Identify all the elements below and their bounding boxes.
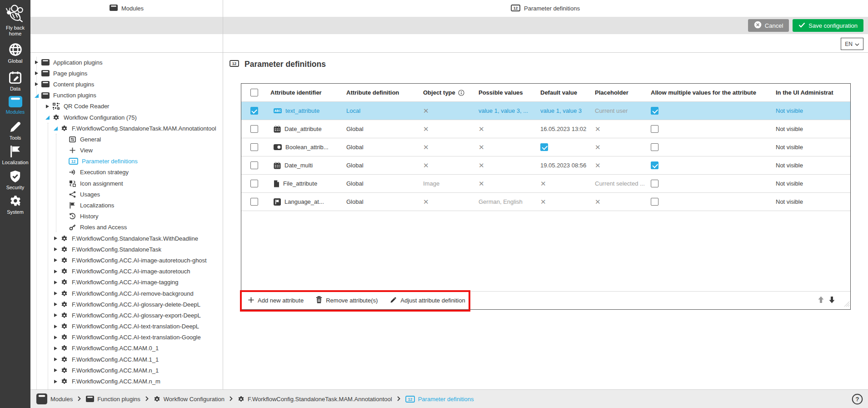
add-new-attribute-button[interactable]: Add new attribute bbox=[248, 297, 304, 304]
tree-item-roles-and-access[interactable]: Roles and Access bbox=[30, 222, 222, 233]
tree-item-localizations[interactable]: Localizations bbox=[30, 200, 222, 211]
expand-arrow-icon[interactable] bbox=[53, 302, 59, 307]
row-select-checkbox[interactable] bbox=[250, 143, 258, 151]
tree-item-f-workflowconfig-acc-ai-image-autoretouc[interactable]: F.WorkflowConfig.ACC.AI-image-autoretouc… bbox=[30, 266, 222, 277]
attribute-definition-value: Global bbox=[346, 144, 364, 151]
save-configuration-button[interactable]: Save configuration bbox=[793, 19, 863, 32]
tree-item-f-workflowconfig-standalonetask-withdead[interactable]: F.WorkflowConfig.StandaloneTask.WithDead… bbox=[30, 233, 222, 244]
expand-arrow-icon[interactable] bbox=[53, 379, 59, 384]
breadcrumb-item-function-plugins[interactable]: Function plugins bbox=[86, 396, 140, 403]
tree-item-qr-code-reader[interactable]: QR Code Reader bbox=[30, 101, 222, 112]
expand-arrow-icon[interactable] bbox=[53, 324, 59, 329]
tree-item-f-workflowconfig-acc-ai-glossary-export-[interactable]: F.WorkflowConfig.ACC.AI-glossary-export-… bbox=[30, 310, 222, 321]
expand-arrow-icon[interactable] bbox=[53, 236, 59, 241]
row-select-checkbox[interactable] bbox=[250, 107, 258, 115]
collapse-arrow-icon[interactable] bbox=[45, 115, 50, 120]
tree-item-f-workflowconfig-acc-ai-image-autoretouc[interactable]: F.WorkflowConfig.ACC.AI-image-autoretouc… bbox=[30, 255, 222, 266]
table-row-language-at-[interactable]: Language_at...Global✕German, English✕✕No… bbox=[241, 193, 850, 211]
tree-item-f-workflowconfig-acc-ai-glossary-delete-[interactable]: F.WorkflowConfig.ACC.AI-glossary-delete-… bbox=[30, 299, 222, 310]
table-row-boolean-attrib-[interactable]: Boolean_attrib...Global✕✕✕Not visible bbox=[241, 138, 850, 156]
table-row-date-multi[interactable]: Date_multiGlobal✕✕19.05.2023 08:56✕Not v… bbox=[241, 156, 850, 175]
tree-item-f-workflowconfig-acc-ai-text-translation[interactable]: F.WorkflowConfig.ACC.AI-text-translation… bbox=[30, 332, 222, 343]
allow-multiple-checkbox[interactable] bbox=[651, 161, 658, 169]
expand-arrow-icon[interactable] bbox=[53, 312, 59, 318]
value-checkbox[interactable] bbox=[540, 143, 548, 151]
row-select-checkbox[interactable] bbox=[250, 180, 258, 187]
table-row-file-attribute[interactable]: File_attributeGlobalImage✕✕Current selec… bbox=[241, 175, 850, 193]
tree-item-f-workflowconfig-acc-mam-0-1[interactable]: F.WorkflowConfig.ACC.MAM.0_1 bbox=[30, 343, 222, 354]
tree-item-content-plugins[interactable]: Content plugins bbox=[30, 79, 222, 90]
expand-arrow-icon[interactable] bbox=[34, 71, 40, 76]
sidebar-item-tools[interactable]: Tools bbox=[0, 121, 30, 141]
row-select-checkbox[interactable] bbox=[250, 125, 258, 133]
expand-arrow-icon[interactable] bbox=[53, 357, 59, 362]
expand-arrow-icon[interactable] bbox=[53, 368, 59, 373]
tree-item-history[interactable]: History bbox=[30, 211, 222, 222]
tree-item-view[interactable]: View bbox=[30, 145, 222, 156]
none-x-mark: ✕ bbox=[479, 161, 484, 170]
sidebar-item-security[interactable]: Security bbox=[0, 170, 30, 191]
allow-multiple-checkbox[interactable] bbox=[651, 143, 658, 151]
table-row-text-attribute[interactable]: ABCtext_attributeLocal✕value 1, value 3,… bbox=[241, 102, 850, 120]
breadcrumb-item-f-workflowconfig-standalonetask-mam-anno[interactable]: F.WorkflowConfig.StandaloneTask.MAM.Anno… bbox=[238, 396, 392, 403]
expand-arrow-icon[interactable] bbox=[53, 269, 59, 274]
allow-multiple-checkbox[interactable] bbox=[651, 180, 658, 187]
tree-item-label: F.WorkflowConfig.ACC.AI-remove-backgroun… bbox=[72, 290, 194, 297]
collapse-arrow-icon[interactable] bbox=[53, 126, 59, 131]
tree-item-f-workflowconfig-standalonetask[interactable]: F.WorkflowConfig.StandaloneTask bbox=[30, 244, 222, 255]
tree-item-icon-assignment[interactable]: Icon assignment bbox=[30, 178, 222, 189]
tree-item-f-workflowconfig-acc-ai-image-tagging[interactable]: F.WorkflowConfig.ACC.AI-image-tagging bbox=[30, 277, 222, 288]
row-select-checkbox[interactable] bbox=[250, 161, 258, 169]
sidebar-item-modules[interactable]: Modules bbox=[0, 96, 30, 115]
tree-item-f-workflowconfig-standalonetask-mam-anno[interactable]: F.WorkflowConfig.StandaloneTask.MAM.Anno… bbox=[30, 123, 222, 134]
sidebar-item-data[interactable]: Data bbox=[0, 71, 30, 92]
allow-multiple-checkbox[interactable] bbox=[651, 107, 658, 115]
table-row-date-attribute[interactable]: Date_attributeGlobal✕✕16.05.2023 13:02✕N… bbox=[241, 120, 850, 138]
sidebar-item-system[interactable]: System bbox=[0, 195, 30, 215]
collapse-arrow-icon[interactable] bbox=[34, 93, 40, 98]
allow-multiple-checkbox[interactable] bbox=[651, 125, 658, 133]
tree-item-general[interactable]: General bbox=[30, 134, 222, 145]
breadcrumb-item-workflow-configuration[interactable]: Workflow Configuration bbox=[154, 396, 224, 403]
tree-item-f-workflowconfig-acc-ai-text-translation[interactable]: F.WorkflowConfig.ACC.AI-text-translation… bbox=[30, 321, 222, 332]
sidebar-item-fly-back-home[interactable]: Fly backhome bbox=[0, 4, 30, 37]
row-select-checkbox[interactable] bbox=[250, 198, 258, 206]
boolean-toggle-icon bbox=[274, 144, 282, 150]
language-selector[interactable]: EN bbox=[841, 38, 863, 50]
tree-item-label: View bbox=[80, 147, 93, 154]
expand-arrow-icon[interactable] bbox=[34, 60, 40, 65]
tree-item-f-workflowconfig-acc-mam-n-m[interactable]: F.WorkflowConfig.ACC.MAM.n_m bbox=[30, 376, 222, 387]
tree-item-workflow-configuration-75-[interactable]: Workflow Configuration (75) bbox=[30, 112, 222, 123]
breadcrumb-item-parameter-definitions[interactable]: 12Parameter definitions bbox=[405, 396, 474, 403]
expand-arrow-icon[interactable] bbox=[53, 335, 59, 340]
svg-text:12: 12 bbox=[514, 6, 518, 10]
remove-attribute-button[interactable]: Remove attribute(s) bbox=[316, 296, 378, 305]
expand-arrow-icon[interactable] bbox=[53, 291, 59, 296]
expand-arrow-icon[interactable] bbox=[53, 280, 59, 285]
move-up-button[interactable] bbox=[818, 296, 824, 305]
adjust-attribute-definition-button[interactable]: Adjust attribute definition bbox=[390, 297, 465, 305]
allow-multiple-checkbox[interactable] bbox=[651, 198, 658, 206]
expand-arrow-icon[interactable] bbox=[53, 247, 59, 252]
tree-item-function-plugins[interactable]: Function plugins bbox=[30, 90, 222, 101]
expand-arrow-icon[interactable] bbox=[53, 346, 59, 351]
resize-handle[interactable] bbox=[844, 301, 850, 309]
tree-item-usages[interactable]: Usages bbox=[30, 189, 222, 200]
tree-item-f-workflowconfig-acc-mam-1-1[interactable]: F.WorkflowConfig.ACC.MAM.1_1 bbox=[30, 354, 222, 365]
expand-arrow-icon[interactable] bbox=[34, 81, 40, 87]
expand-arrow-icon[interactable] bbox=[53, 257, 59, 263]
cancel-button[interactable]: Cancel bbox=[748, 19, 789, 32]
move-down-button[interactable] bbox=[828, 296, 835, 305]
help-button[interactable]: ? bbox=[852, 393, 863, 405]
tree-item-application-plugins[interactable]: Application plugins bbox=[30, 57, 222, 68]
expand-arrow-icon[interactable] bbox=[45, 104, 50, 109]
tree-item-f-workflowconfig-acc-mam-n-1[interactable]: F.WorkflowConfig.ACC.MAM.n_1 bbox=[30, 365, 222, 376]
tree-item-f-workflowconfig-acc-ai-remove-backgroun[interactable]: F.WorkflowConfig.ACC.AI-remove-backgroun… bbox=[30, 288, 222, 299]
tree-item-execution-strategy[interactable]: Execution strategy bbox=[30, 167, 222, 178]
tree-item-parameter-definitions[interactable]: 12Parameter definitions bbox=[30, 156, 222, 167]
breadcrumb-item-modules[interactable]: Modules bbox=[36, 393, 73, 404]
sidebar-item-global[interactable]: Global bbox=[0, 43, 30, 64]
select-all-checkbox[interactable] bbox=[250, 89, 258, 96]
tree-item-page-plugins[interactable]: Page plugins bbox=[30, 68, 222, 79]
sidebar-item-localization[interactable]: Localization bbox=[0, 145, 30, 166]
